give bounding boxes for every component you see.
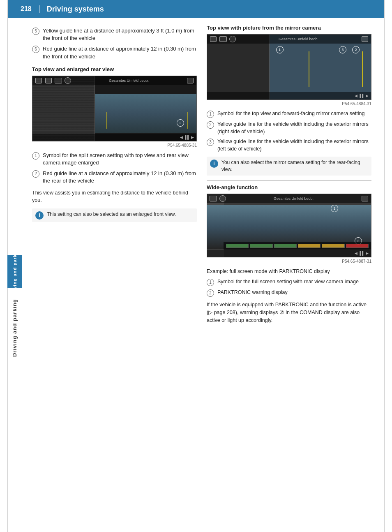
page-border-right: [384, 0, 385, 532]
cam-circle-icon-r: [229, 36, 236, 42]
section1-bullets-left: 1 Symbol for the split screen setting wi…: [32, 152, 197, 185]
section-heading-right-2: Wide-angle function: [207, 184, 371, 190]
cam-overlay-text: Gesamtes Umfeld beob.: [74, 79, 184, 83]
cam-split-left: [32, 76, 95, 141]
cam-nav-btn-r2: [219, 36, 227, 42]
cam-top-bar: Gesamtes Umfeld beob.: [32, 76, 196, 85]
cam-nav-btn-right: [187, 78, 194, 83]
bullet-item-2-left: 2 Red guide line at a distance of approx…: [32, 170, 197, 185]
wide-num-2: 2: [207, 289, 214, 297]
cam-nav-btn-r1: [210, 36, 217, 42]
bullet-text-1-left: Symbol for the split screen setting with…: [43, 152, 197, 167]
left-column: 5 Yellow guide line at a distance of app…: [32, 25, 197, 328]
section1-para: This view assists you in estimating the …: [32, 189, 197, 205]
num-item-2-right: 2 Yellow guide line for the vehicle widt…: [207, 121, 371, 135]
guideline-yellow-right: [362, 51, 363, 87]
cam-nav-w2: [362, 196, 368, 201]
park-seg-4: [298, 244, 321, 248]
section1-bullets-right: 1 Symbol for the top view and forward-fa…: [207, 110, 371, 153]
bullet-text-5: Yellow guide line at a distance of appro…: [43, 27, 197, 42]
num-circle-2-right: 2: [207, 121, 214, 129]
bullet-circle-6: 6: [32, 46, 39, 53]
header-bar: 218 Driving systems: [7, 0, 385, 18]
page-number: 218: [21, 5, 39, 13]
wide-bullets: 1 Symbol for the full screen setting wit…: [207, 278, 371, 297]
bullet-text-6: Red guide line at a distance of approxim…: [43, 45, 197, 60]
cam-mirror-right: [270, 35, 371, 99]
info-text-right-1: You can also select the mirror camera se…: [221, 159, 368, 173]
wide-bullet-2: 2 PARKTRONIC warning display: [207, 289, 371, 297]
cam-nav-btn-2: [45, 78, 52, 83]
cam-label-w: Gesamtes Umfeld beob.: [228, 197, 359, 201]
num-item-1-right: 1 Symbol for the top view and forward-fa…: [207, 110, 371, 118]
cam-bottom-icon-w: ◀ ▐ ▌ ▶: [355, 251, 369, 255]
park-seg-2: [250, 244, 272, 248]
section-heading-right-1: Top view with picture from the mirror ca…: [207, 25, 371, 31]
num-item-3-right: 3 Yellow guide line for the vehicle widt…: [207, 138, 371, 153]
side-label-blue: Driving and parking: [7, 255, 22, 288]
cam-bottom-bar: ◀ ▐ ▌ ▶: [32, 134, 196, 141]
cam-bottom-icon: ◀ ▐ ▌ ▶: [180, 135, 194, 139]
bullet-circle-1-left: 1: [32, 152, 39, 160]
img-caption-right-1: P54.65-4884-31: [207, 102, 371, 106]
park-seg-6: [346, 244, 369, 248]
top-bullets: 5 Yellow guide line at a distance of app…: [32, 27, 197, 60]
info-text-left: This setting can also be selected as an …: [47, 211, 194, 218]
info-icon-left: i: [35, 211, 44, 220]
side-label-blue-text: Driving and parking: [12, 246, 17, 296]
bullet-item-6: 6 Red guide line at a distance of approx…: [32, 45, 197, 60]
img-caption-left-1: P54.65-4885-31: [32, 143, 197, 148]
info-icon-right-1: i: [210, 160, 218, 168]
wide-bullet-1: 1 Symbol for the full screen setting wit…: [207, 278, 371, 286]
section-divider: [207, 180, 371, 181]
info-note-right-1: i You can also select the mirror camera …: [207, 157, 371, 176]
camera-image-wide: Gesamtes Umfeld beob. 1 2 ◀ ▐ ▌ ▶: [207, 194, 371, 257]
bullet-circle-2-left: 2: [32, 170, 39, 178]
cam-nav-w1: [210, 196, 217, 201]
num-text-2-right: Yellow guide line for the vehicle width …: [217, 121, 371, 135]
section-heading-left-1: Top view and enlarged rear view: [32, 66, 197, 72]
bullet-circle-5: 5: [32, 28, 39, 35]
cam-bottom-bar-wide: ◀ ▐ ▌ ▶: [207, 250, 371, 257]
park-seg-1: [226, 244, 249, 248]
num-circle-3-right: 3: [207, 139, 214, 146]
cam-label-r: Gesamtes Umfeld beob.: [238, 37, 359, 41]
num-circle-1-right: 1: [207, 111, 214, 118]
cam-num-3-right: 3: [339, 46, 346, 53]
cam-nav-btn-r3: [362, 36, 368, 42]
example-text: Example: full screen mode with PARKTRONI…: [207, 268, 371, 275]
img-caption-wide: P54.65-4887-31: [207, 259, 371, 264]
cam-num-1-right: 1: [276, 46, 284, 53]
cam-mirror-left: [207, 35, 270, 99]
section2-para: If the vehicle is equipped with PARKTRON…: [207, 301, 371, 324]
camera-image-left-1: Gesamtes Umfeld beob. 2 ◀ ▐ ▌ ▶: [32, 76, 197, 141]
cam-circle-icon: [65, 77, 71, 84]
guideline-yellow-left: [309, 51, 309, 87]
wide-text-2: PARKTRONIC warning display: [217, 289, 288, 296]
cam-num-2-left: 2: [177, 119, 184, 127]
right-column: Top view with picture from the mirror ca…: [207, 25, 371, 328]
wide-num-1: 1: [207, 279, 214, 286]
cam-nav-btn-1: [35, 78, 42, 83]
main-content: 5 Yellow guide line at a distance of app…: [7, 18, 385, 334]
side-label-text: Driving and parking: [12, 298, 18, 356]
page-title: Driving systems: [47, 5, 104, 14]
camera-image-right-1: Gesamtes Umfeld beob. 2 3 1 ◀ ▐ ▌ ▶: [207, 34, 371, 100]
info-note-left: i This setting can also be selected as a…: [32, 208, 197, 222]
cam-top-bar-right: Gesamtes Umfeld beob.: [207, 35, 371, 44]
bullet-item-1-left: 1 Symbol for the split screen setting wi…: [32, 152, 197, 167]
cam-num-1-wide: 1: [331, 205, 338, 212]
cam-bottom-bar-right: ◀ ▐ ▌ ▶: [207, 92, 371, 99]
parktronic-bar: [224, 242, 371, 250]
side-label-container: Driving and parking: [7, 123, 22, 532]
cam-nav-btn-3: [55, 78, 62, 83]
num-text-3-right: Yellow guide line for the vehicle width …: [217, 138, 371, 153]
bullet-text-2-left: Red guide line at a distance of approxim…: [43, 170, 197, 185]
cam-circle-icon-w: [219, 195, 226, 202]
wide-text-1: Symbol for the full screen setting with …: [217, 278, 359, 286]
num-text-1-right: Symbol for the top view and forward-faci…: [217, 110, 364, 118]
cam-top-bar-wide: Gesamtes Umfeld beob.: [207, 194, 371, 203]
park-seg-3: [274, 244, 297, 248]
cam-road-lines: [106, 112, 189, 129]
cam-bottom-icon-r: ◀ ▐ ▌ ▶: [355, 94, 369, 98]
